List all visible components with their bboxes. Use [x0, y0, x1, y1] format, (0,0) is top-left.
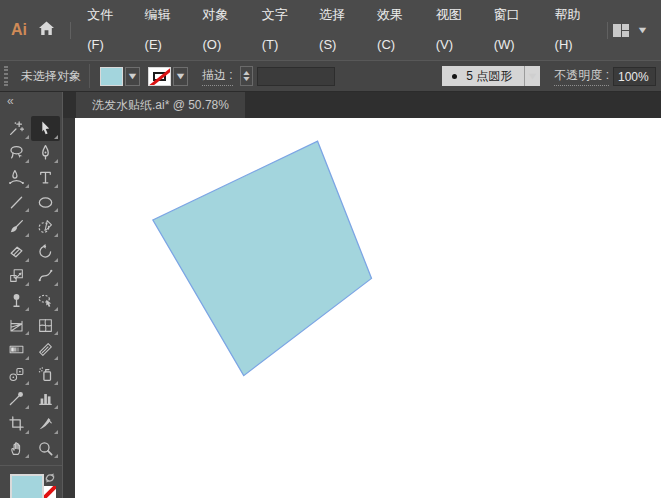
scale-icon: [8, 267, 25, 284]
selection-status: 未选择对象: [21, 68, 81, 85]
tool-artboard[interactable]: [2, 411, 31, 436]
fill-stroke-indicator: [0, 465, 62, 498]
fill-color-widget: ▼: [100, 67, 140, 86]
menu-bar: Ai 文件(F)编辑(E)对象(O)文字(T)选择(S)效果(C)视图(V)窗口…: [0, 0, 661, 60]
home-button[interactable]: [36, 21, 57, 39]
blend-icon: [8, 366, 25, 383]
canvas[interactable]: [75, 118, 661, 498]
menu-item-9[interactable]: 帮助(H): [544, 0, 603, 60]
brush-preset-text: 5 点圆形: [466, 68, 512, 85]
stroke-color-widget: ▼: [148, 67, 188, 86]
perspective-grid-icon: [8, 317, 25, 334]
menu-item-3[interactable]: 对象(O): [192, 0, 251, 60]
tool-lasso[interactable]: [2, 141, 31, 166]
stepper-down-icon: ▼: [241, 76, 251, 82]
artboard-icon: [8, 415, 25, 432]
menu-item-1[interactable]: 文件(F): [76, 0, 133, 60]
puppet-warp-icon: [8, 292, 25, 309]
tool-line-segment[interactable]: [2, 190, 31, 215]
tool-slice[interactable]: [31, 411, 60, 436]
control-bar: 未选择对象 ▼ ▼ 描边 : ▲▼ 5 点圆形 ▼ 不透明度 : 100%: [0, 60, 661, 92]
tool-blend[interactable]: [2, 362, 31, 387]
chevron-down-icon: ▼: [174, 71, 186, 81]
tool-width[interactable]: [31, 264, 60, 289]
zoom-icon: [37, 440, 54, 457]
tool-selection[interactable]: [31, 116, 60, 141]
tool-ellipse[interactable]: [31, 190, 60, 215]
home-icon: [38, 21, 55, 39]
collapse-panel-button[interactable]: «: [0, 92, 14, 107]
menu-item-6[interactable]: 效果(C): [366, 0, 425, 60]
menu-item-7[interactable]: 视图(V): [425, 0, 483, 60]
tool-zoom[interactable]: [31, 436, 60, 461]
measure-icon: [37, 341, 54, 358]
magic-wand-icon: [8, 120, 25, 137]
workspace-switcher[interactable]: ▼: [613, 24, 647, 37]
tool-eraser[interactable]: [2, 239, 31, 264]
tool-curvature[interactable]: [2, 165, 31, 190]
brush-preset-chevron[interactable]: ▼: [524, 66, 540, 86]
tool-perspective-selection[interactable]: [31, 288, 60, 313]
chevron-down-icon: ▼: [527, 71, 539, 81]
tool-mesh[interactable]: [31, 313, 60, 338]
document-area: 洗发水贴纸.ai* @ 50.78%: [63, 92, 661, 498]
tool-symbol-sprayer[interactable]: [31, 362, 60, 387]
menu-items: 文件(F)编辑(E)对象(O)文字(T)选择(S)效果(C)视图(V)窗口(W)…: [76, 0, 602, 60]
tool-pen[interactable]: [31, 141, 60, 166]
mesh-icon: [37, 317, 54, 334]
brush-preset-dropdown[interactable]: 5 点圆形 ▼: [442, 66, 540, 86]
controlbar-grip[interactable]: [4, 66, 8, 86]
workspace-icon: [613, 24, 629, 37]
swap-fill-stroke-button[interactable]: [43, 471, 57, 485]
document-tab[interactable]: 洗发水贴纸.ai* @ 50.78%: [76, 92, 245, 118]
tool-perspective-grid[interactable]: [2, 313, 31, 338]
shaper-icon: [37, 218, 54, 235]
menu-item-5[interactable]: 选择(S): [308, 0, 366, 60]
stroke-weight-input[interactable]: [257, 67, 335, 86]
stroke-weight-stepper[interactable]: ▲▼: [240, 66, 253, 86]
fill-indicator[interactable]: [10, 474, 44, 498]
stroke-weight-label[interactable]: 描边 :: [202, 67, 233, 86]
menubar-separator-right: [607, 22, 608, 39]
menu-item-8[interactable]: 窗口(W): [483, 0, 544, 60]
brush-preview-dot-icon: [452, 74, 457, 79]
menu-item-4[interactable]: 文字(T): [251, 0, 308, 60]
tool-rotate[interactable]: [31, 239, 60, 264]
tool-column-graph[interactable]: [31, 387, 60, 412]
tool-shaper[interactable]: [31, 214, 60, 239]
stroke-color-dropdown[interactable]: ▼: [173, 67, 188, 86]
tool-measure[interactable]: [31, 337, 60, 362]
artboard[interactable]: [75, 118, 661, 498]
chevron-down-icon: ▼: [126, 71, 138, 81]
tool-type[interactable]: [31, 165, 60, 190]
controlbar-separator: [89, 64, 90, 88]
tool-eyedropper[interactable]: [2, 387, 31, 412]
swap-arrows-icon: [43, 471, 57, 485]
tool-paintbrush[interactable]: [2, 214, 31, 239]
selection-icon: [37, 120, 54, 137]
opacity-label[interactable]: 不透明度 :: [554, 67, 609, 86]
tools-panel: «: [0, 92, 63, 498]
tool-scale[interactable]: [2, 264, 31, 289]
slice-icon: [37, 415, 54, 432]
illustrator-window: Ai 文件(F)编辑(E)对象(O)文字(T)选择(S)效果(C)视图(V)窗口…: [0, 0, 661, 498]
tool-magic-wand[interactable]: [2, 116, 31, 141]
tool-gradient[interactable]: [2, 337, 31, 362]
column-graph-icon: [37, 390, 54, 407]
fill-color-swatch[interactable]: [100, 67, 123, 86]
opacity-input[interactable]: 100%: [613, 67, 656, 86]
fill-color-dropdown[interactable]: ▼: [125, 67, 140, 86]
tools-grid: [2, 116, 60, 460]
line-segment-icon: [8, 194, 25, 211]
menu-item-2[interactable]: 编辑(E): [134, 0, 192, 60]
document-tab-bar: 洗发水贴纸.ai* @ 50.78%: [63, 92, 661, 118]
perspective-selection-icon: [37, 292, 54, 309]
stroke-color-swatch[interactable]: [148, 67, 171, 86]
type-icon: [37, 169, 54, 186]
brush-preset-value: 5 点圆形: [442, 66, 524, 86]
artwork-shape[interactable]: [153, 141, 372, 375]
hand-icon: [8, 440, 25, 457]
menubar-separator: [70, 22, 71, 39]
tool-hand[interactable]: [2, 436, 31, 461]
tool-puppet-warp[interactable]: [2, 288, 31, 313]
